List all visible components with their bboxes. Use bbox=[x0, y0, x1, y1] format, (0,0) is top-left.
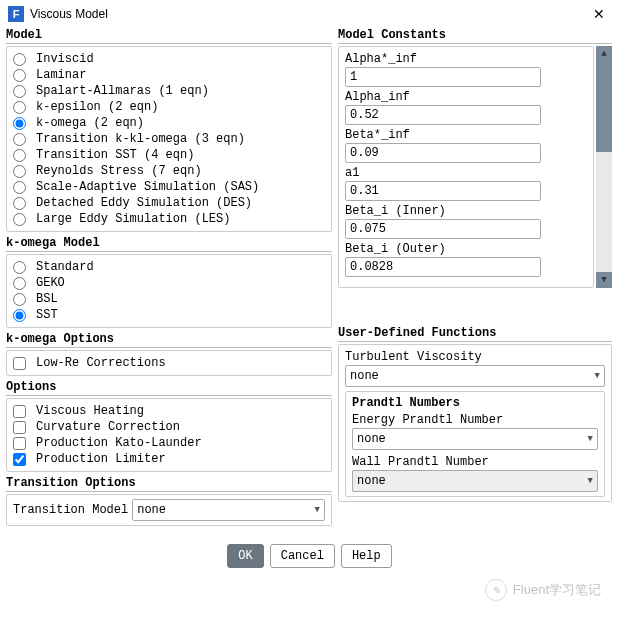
label-spalart[interactable]: Spalart-Allmaras (1 eqn) bbox=[36, 84, 209, 98]
radio-sas[interactable] bbox=[13, 181, 26, 194]
const-label-betai-outer: Beta_i (Outer) bbox=[345, 241, 587, 257]
transition-model-label: Transition Model bbox=[13, 503, 128, 517]
const-input-betai-outer[interactable] bbox=[345, 257, 541, 277]
label-des[interactable]: Detached Eddy Simulation (DES) bbox=[36, 196, 252, 210]
button-bar: OK Cancel Help bbox=[0, 534, 619, 578]
wechat-icon: ✎ bbox=[485, 579, 507, 601]
turb-visc-value: none bbox=[350, 369, 379, 383]
transition-options-group: Transition Model none ▼ bbox=[6, 494, 332, 526]
label-laminar[interactable]: Laminar bbox=[36, 68, 86, 82]
wall-prandtl-label: Wall Prandtl Number bbox=[352, 454, 598, 470]
constants-scrollbar[interactable]: ▲ ▼ bbox=[596, 46, 612, 288]
radio-komega[interactable] bbox=[13, 117, 26, 130]
const-input-alpha-inf[interactable] bbox=[345, 105, 541, 125]
model-title: Model bbox=[6, 28, 332, 44]
scroll-thumb[interactable] bbox=[596, 62, 612, 152]
radio-bsl[interactable] bbox=[13, 293, 26, 306]
transition-model-select[interactable]: none ▼ bbox=[132, 499, 325, 521]
label-reynolds[interactable]: Reynolds Stress (7 eqn) bbox=[36, 164, 202, 178]
transition-options-title: Transition Options bbox=[6, 476, 332, 492]
check-curvature[interactable] bbox=[13, 421, 26, 434]
komega-model-group: Standard GEKO BSL SST bbox=[6, 254, 332, 328]
scroll-down-icon[interactable]: ▼ bbox=[596, 272, 612, 288]
const-label-a1: a1 bbox=[345, 165, 587, 181]
energy-prandtl-select[interactable]: none ▼ bbox=[352, 428, 598, 450]
prandtl-group: Prandtl Numbers Energy Prandtl Number no… bbox=[345, 391, 605, 497]
constants-panel: Alpha*_inf Alpha_inf Beta*_inf a1 Beta_i… bbox=[338, 46, 594, 288]
label-les[interactable]: Large Eddy Simulation (LES) bbox=[36, 212, 230, 226]
radio-les[interactable] bbox=[13, 213, 26, 226]
titlebar: F Viscous Model ✕ bbox=[0, 0, 619, 28]
check-kato-launder[interactable] bbox=[13, 437, 26, 450]
label-production-limiter[interactable]: Production Limiter bbox=[36, 452, 166, 466]
radio-transsst[interactable] bbox=[13, 149, 26, 162]
label-geko[interactable]: GEKO bbox=[36, 276, 65, 290]
scroll-up-icon[interactable]: ▲ bbox=[596, 46, 612, 62]
const-label-alphastar-inf: Alpha*_inf bbox=[345, 51, 587, 67]
radio-geko[interactable] bbox=[13, 277, 26, 290]
close-icon[interactable]: ✕ bbox=[587, 6, 611, 22]
check-viscous-heating[interactable] bbox=[13, 405, 26, 418]
options-title: Options bbox=[6, 380, 332, 396]
label-transsst[interactable]: Transition SST (4 eqn) bbox=[36, 148, 194, 162]
chevron-down-icon: ▼ bbox=[595, 371, 600, 381]
label-curvature[interactable]: Curvature Correction bbox=[36, 420, 180, 434]
radio-spalart[interactable] bbox=[13, 85, 26, 98]
label-kato-launder[interactable]: Production Kato-Launder bbox=[36, 436, 202, 450]
radio-des[interactable] bbox=[13, 197, 26, 210]
turb-visc-select[interactable]: none ▼ bbox=[345, 365, 605, 387]
const-input-a1[interactable] bbox=[345, 181, 541, 201]
label-sst[interactable]: SST bbox=[36, 308, 58, 322]
watermark-text: Fluent学习笔记 bbox=[513, 581, 601, 599]
window-title: Viscous Model bbox=[30, 7, 587, 21]
ok-button[interactable]: OK bbox=[227, 544, 263, 568]
const-input-betastar-inf[interactable] bbox=[345, 143, 541, 163]
prandtl-title: Prandtl Numbers bbox=[352, 396, 598, 410]
label-lowre[interactable]: Low-Re Corrections bbox=[36, 356, 166, 370]
transition-model-value: none bbox=[137, 503, 166, 517]
app-icon: F bbox=[8, 6, 24, 22]
energy-prandtl-label: Energy Prandtl Number bbox=[352, 412, 598, 428]
chevron-down-icon: ▼ bbox=[315, 505, 320, 515]
constants-title: Model Constants bbox=[338, 28, 612, 44]
cancel-button[interactable]: Cancel bbox=[270, 544, 335, 568]
const-label-betai-inner: Beta_i (Inner) bbox=[345, 203, 587, 219]
scroll-track[interactable] bbox=[596, 152, 612, 272]
komega-options-title: k-omega Options bbox=[6, 332, 332, 348]
const-label-betastar-inf: Beta*_inf bbox=[345, 127, 587, 143]
label-viscous-heating[interactable]: Viscous Heating bbox=[36, 404, 144, 418]
label-sas[interactable]: Scale-Adaptive Simulation (SAS) bbox=[36, 180, 259, 194]
label-inviscid[interactable]: Inviscid bbox=[36, 52, 94, 66]
radio-inviscid[interactable] bbox=[13, 53, 26, 66]
options-group: Viscous Heating Curvature Correction Pro… bbox=[6, 398, 332, 472]
label-kepsilon[interactable]: k-epsilon (2 eqn) bbox=[36, 100, 158, 114]
label-kklomega[interactable]: Transition k-kl-omega (3 eqn) bbox=[36, 132, 245, 146]
radio-kklomega[interactable] bbox=[13, 133, 26, 146]
watermark: ✎ Fluent学习笔记 bbox=[485, 579, 601, 601]
check-production-limiter[interactable] bbox=[13, 453, 26, 466]
label-bsl[interactable]: BSL bbox=[36, 292, 58, 306]
label-standard[interactable]: Standard bbox=[36, 260, 94, 274]
wall-prandtl-select[interactable]: none ▼ bbox=[352, 470, 598, 492]
chevron-down-icon: ▼ bbox=[588, 476, 593, 486]
help-button[interactable]: Help bbox=[341, 544, 392, 568]
radio-laminar[interactable] bbox=[13, 69, 26, 82]
radio-sst[interactable] bbox=[13, 309, 26, 322]
udf-title: User-Defined Functions bbox=[338, 326, 612, 342]
check-lowre[interactable] bbox=[13, 357, 26, 370]
komega-model-title: k-omega Model bbox=[6, 236, 332, 252]
wall-prandtl-value: none bbox=[357, 474, 386, 488]
radio-reynolds[interactable] bbox=[13, 165, 26, 178]
const-input-betai-inner[interactable] bbox=[345, 219, 541, 239]
const-label-alpha-inf: Alpha_inf bbox=[345, 89, 587, 105]
model-group: Inviscid Laminar Spalart-Allmaras (1 eqn… bbox=[6, 46, 332, 232]
radio-kepsilon[interactable] bbox=[13, 101, 26, 114]
chevron-down-icon: ▼ bbox=[588, 434, 593, 444]
radio-standard[interactable] bbox=[13, 261, 26, 274]
label-komega[interactable]: k-omega (2 eqn) bbox=[36, 116, 144, 130]
const-input-alphastar-inf[interactable] bbox=[345, 67, 541, 87]
turb-visc-label: Turbulent Viscosity bbox=[345, 349, 605, 365]
energy-prandtl-value: none bbox=[357, 432, 386, 446]
komega-options-group: Low-Re Corrections bbox=[6, 350, 332, 376]
udf-group: Turbulent Viscosity none ▼ Prandtl Numbe… bbox=[338, 344, 612, 502]
